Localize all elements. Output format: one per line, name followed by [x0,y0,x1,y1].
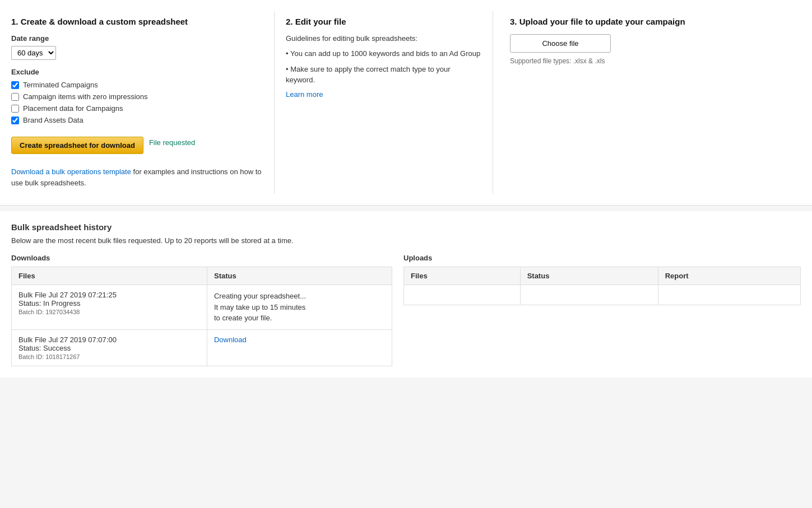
upload-section: 3. Upload your file to update your campa… [493,11,812,194]
bullet-1: • You can add up to 1000 keywords and bi… [286,48,481,59]
download-row-1-filename: Bulk File Jul 27 2019 07:21:25 [18,291,200,299]
section1-title: 1. Create & download a custom spreadshee… [11,17,263,26]
downloads-label: Downloads [11,254,392,262]
download-row-1-file: Bulk File Jul 27 2019 07:21:25 Status: I… [12,285,207,330]
download-row-2-file: Bulk File Jul 27 2019 07:07:00 Status: S… [12,329,207,366]
checkbox-brand-assets-input[interactable] [11,116,19,124]
checkbox-zero-impressions: Campaign items with zero impressions [11,92,263,101]
supported-types-text: Supported file types: .xlsx & .xls [510,57,795,65]
checkbox-terminated-label: Terminated Campaigns [23,81,98,89]
uploads-empty-status [520,285,658,305]
uploads-col-report: Report [658,267,800,285]
uploads-table: Files Status Report [403,267,801,305]
date-range-row: 7 days 14 days 30 days 60 days 90 days [11,46,263,60]
checkbox-zero-impressions-input[interactable] [11,93,19,101]
checkbox-terminated-input[interactable] [11,81,19,89]
download-row-1: Bulk File Jul 27 2019 07:21:25 Status: I… [12,285,392,330]
downloads-col-files: Files [12,267,207,285]
history-description: Below are the most recent bulk files req… [11,236,801,245]
tables-row: Downloads Files Status Bulk File Jul 27 … [11,254,801,366]
download-link[interactable]: Download [214,335,247,344]
uploads-section: Uploads Files Status Report [403,254,801,366]
download-row-2-batchid: Batch ID: 1018171267 [18,353,200,360]
download-row-1-filestatus: Status: In Progress [18,299,200,307]
history-title: Bulk spreadsheet history [11,222,801,232]
download-row-1-status: Creating your spreadsheet... It may take… [207,285,392,330]
download-row-2-filestatus: Status: Success [18,344,200,352]
create-spreadsheet-button[interactable]: Create spreadsheet for download [11,137,143,154]
template-text-block: Download a bulk operations template for … [11,166,263,188]
downloads-table: Files Status Bulk File Jul 27 2019 07:21… [11,267,392,366]
create-download-section: 1. Create & download a custom spreadshee… [0,11,275,194]
download-row-2: Bulk File Jul 27 2019 07:07:00 Status: S… [12,329,392,366]
bullet-2: • Make sure to apply the correct match t… [286,64,481,86]
downloads-section: Downloads Files Status Bulk File Jul 27 … [11,254,392,366]
edit-file-section: 2. Edit your file Guidelines for editing… [275,11,493,194]
uploads-empty-files [404,285,521,305]
section2-title: 2. Edit your file [286,17,481,26]
download-row-2-filename: Bulk File Jul 27 2019 07:07:00 [18,335,200,344]
guidelines-title: Guidelines for editing bulk spreadsheets… [286,34,481,43]
uploads-empty-row [404,285,801,305]
download-row-2-status: Download [207,329,392,366]
template-link[interactable]: Download a bulk operations template [11,167,131,176]
checkbox-brand-assets: Brand Assets Data [11,116,263,124]
checkbox-brand-assets-label: Brand Assets Data [23,116,83,124]
downloads-col-status: Status [207,267,392,285]
section3-title: 3. Upload your file to update your campa… [510,17,795,26]
history-section: Bulk spreadsheet history Below are the m… [0,211,812,377]
date-range-label: Date range [11,34,263,43]
uploads-empty-report [658,285,800,305]
download-row-1-status-text: Creating your spreadsheet... It may take… [214,291,385,324]
checkbox-terminated: Terminated Campaigns [11,81,263,89]
file-requested-status: File requested [149,138,195,147]
create-row: Create spreadsheet for download File req… [11,128,263,157]
uploads-label: Uploads [403,254,801,262]
uploads-col-status: Status [520,267,658,285]
checkbox-placement: Placement data for Campaigns [11,104,263,113]
date-range-select[interactable]: 7 days 14 days 30 days 60 days 90 days [11,46,56,60]
exclude-label: Exclude [11,68,263,76]
uploads-col-files: Files [404,267,521,285]
choose-file-button[interactable]: Choose file [510,34,611,53]
checkbox-placement-label: Placement data for Campaigns [23,104,123,113]
download-row-1-batchid: Batch ID: 1927034438 [18,309,200,315]
checkbox-zero-impressions-label: Campaign items with zero impressions [23,92,148,101]
learn-more-link[interactable]: Learn more [286,90,323,99]
checkbox-placement-input[interactable] [11,105,19,113]
